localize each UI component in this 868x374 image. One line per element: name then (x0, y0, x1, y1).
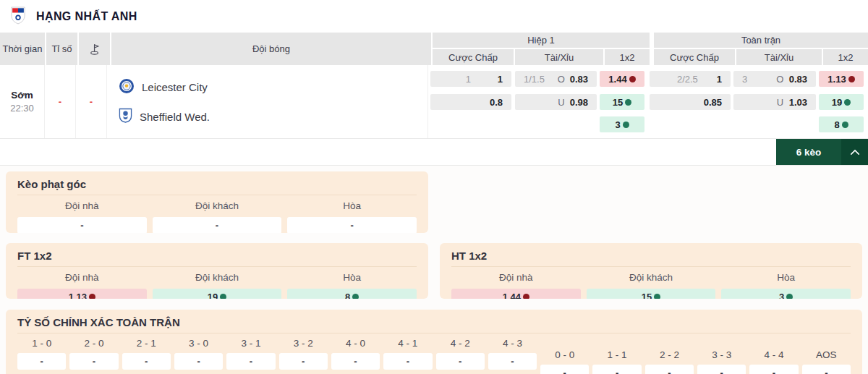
ht-card-home-odds[interactable]: 1.44 (451, 289, 581, 299)
ht-card-draw-label: Hòa (721, 272, 851, 283)
h1-1x2-away-odds[interactable]: 15 (600, 94, 644, 110)
corner-draw-odds[interactable]: - (287, 217, 417, 233)
away-dot-icon (654, 294, 660, 299)
score-odds-3-1[interactable]: - (226, 353, 275, 370)
betting-page: HẠNG NHẤT ANH Thời gian Tỉ số Đội bóng H… (0, 0, 868, 374)
ft-1x2-draw-value: 8 (834, 119, 839, 130)
ft-over-value: 0.83 (789, 74, 807, 85)
score-column-4-2: 4 - 2 - - (436, 338, 485, 374)
away-dot-icon (625, 99, 631, 106)
ft-handicap-home-odds[interactable]: 2/2.5 1 (650, 71, 731, 87)
ht-card-away-odds[interactable]: 15 (587, 289, 716, 299)
subheader-h1-overunder: Tài/Xỉu (515, 49, 603, 65)
score-column-2-0: 2 - 0 - - (69, 338, 118, 374)
score-label: 2 - 1 (122, 338, 171, 349)
score-column-1-0: 1 - 0 - - (17, 338, 66, 374)
ht-card-title: HT 1x2 (451, 250, 851, 267)
h1-1x2-draw-odds[interactable]: 3 (600, 116, 644, 132)
score-odds-4-3[interactable]: - (488, 353, 537, 370)
away-dot-icon (220, 294, 226, 299)
home-team-name[interactable]: Leicester City (142, 81, 208, 93)
score-odds-4-1[interactable]: - (383, 353, 432, 370)
score-odds-2-1[interactable]: - (122, 353, 171, 370)
group-label-full-match: Toàn trận (654, 33, 868, 48)
column-header-teams: Đội bóng (111, 33, 431, 65)
home-team-badge-icon (119, 78, 135, 97)
h1-1x2-home-value: 1.44 (608, 74, 626, 85)
subheader-ft-1x2: 1x2 (823, 49, 868, 65)
chevron-up-icon[interactable] (841, 139, 868, 165)
ft-under-label: U (771, 97, 789, 108)
corner-card-title: Kèo phạt góc (17, 178, 417, 195)
ft-card-draw-value: 8 (345, 292, 350, 299)
extra-odds-section: Kèo phạt góc Đội nhà - Đội khách - Hòa -… (0, 166, 868, 374)
corner-odds-card: Kèo phạt góc Đội nhà - Đội khách - Hòa - (6, 171, 428, 233)
ft-1x2-draw-odds[interactable]: 8 (819, 116, 864, 132)
draw-dot-icon (842, 122, 848, 128)
ft-1x2-away-odds[interactable]: 19 (819, 94, 864, 110)
score-column-1-1: 1 - 1 - (592, 338, 641, 374)
h1-under-odds[interactable]: U 0.98 (515, 94, 597, 110)
score-odds-3-3[interactable]: - (697, 365, 746, 374)
league-title: HẠNG NHẤT ANH (36, 10, 137, 23)
score-odds-1-1[interactable]: - (592, 365, 641, 374)
score-label: 4 - 4 (749, 349, 798, 360)
score-odds-2-2[interactable]: - (645, 365, 694, 374)
score-odds-aos[interactable]: - (802, 365, 851, 374)
draw-dot-icon (786, 294, 793, 299)
score-column-2-2: 2 - 2 - (645, 338, 694, 374)
ft-card-away-odds[interactable]: 19 (153, 289, 282, 299)
h1-ou-line: 1/1.5 (524, 74, 553, 85)
away-team-row[interactable]: Sheffield Wed. (119, 108, 210, 126)
away-team-name[interactable]: Sheffield Wed. (140, 111, 210, 123)
subheader-ft-overunder: Tài/Xỉu (736, 49, 822, 65)
ft-under-odds[interactable]: U 1.03 (733, 94, 816, 110)
ft-card-home-value: 1.13 (69, 292, 87, 299)
league-header: HẠNG NHẤT ANH (0, 0, 868, 33)
group-header-first-half: Hiệp 1 Cược Chấp Tài/Xỉu 1x2 (433, 33, 650, 65)
ht-card-home-label: Đội nhà (451, 272, 581, 283)
ht-card-draw-odds[interactable]: 3 (721, 289, 851, 299)
score-column-0-0: 0 - 0 - (540, 338, 589, 374)
score-label: 2 - 0 (69, 338, 118, 349)
ft-1x2-home-odds[interactable]: 1.13 (819, 71, 864, 87)
ft-1x2-away-value: 19 (832, 97, 842, 108)
ft-card-draw-label: Hòa (287, 272, 417, 283)
ft-1x2-home-value: 1.13 (827, 74, 846, 85)
more-odds-toggle[interactable]: 6 kèo (776, 139, 868, 165)
score-odds-4-4[interactable]: - (749, 365, 798, 374)
home-team-row[interactable]: Leicester City (119, 78, 208, 97)
ft-card-home-odds[interactable]: 1.13 (17, 289, 147, 299)
ft-card-draw-odds[interactable]: 8 (287, 289, 417, 299)
h1-handicap-line: 1 (439, 74, 498, 85)
away-dot-icon (844, 99, 851, 106)
corner-home-odds[interactable]: - (17, 217, 147, 233)
h1-over-odds[interactable]: 1/1.5 O 0.83 (515, 71, 597, 87)
score-odds-3-2[interactable]: - (279, 353, 328, 370)
h1-1x2-home-odds[interactable]: 1.44 (600, 71, 644, 87)
ft-handicap-away-odds[interactable]: 0.85 (650, 94, 731, 110)
score-odds-4-2[interactable]: - (436, 353, 485, 370)
score-odds-2-0[interactable]: - (69, 353, 118, 370)
score-column-3-2: 3 - 2 - - (279, 338, 328, 374)
corner-away-odds[interactable]: - (153, 217, 282, 233)
score-odds-1-0[interactable]: - (17, 353, 66, 370)
h1-handicap-home-value: 1 (498, 74, 503, 85)
column-header-time: Thời gian (0, 33, 45, 65)
h1-handicap-home-odds[interactable]: 1 1 (430, 71, 511, 87)
corner-draw-label: Hòa (287, 200, 417, 211)
ft-1x2-card: FT 1x2 Đội nhà 1.13 Đội khách 19 (6, 243, 428, 299)
score-label: 0 - 0 (540, 349, 589, 360)
score-label: 4 - 1 (383, 338, 432, 349)
h1-handicap-away-odds[interactable]: 0.8 (430, 94, 511, 110)
score-odds-3-0[interactable]: - (174, 353, 223, 370)
score-label: 2 - 2 (645, 349, 694, 360)
score-odds-0-0[interactable]: - (540, 365, 589, 374)
home-dot-icon (89, 294, 95, 299)
h1-over-label: O (553, 74, 570, 85)
match-score-cell: - (45, 65, 76, 138)
ft-over-odds[interactable]: 3 O 0.83 (733, 71, 816, 87)
score-column-3-1: 3 - 1 - - (226, 338, 275, 374)
score-odds-4-0[interactable]: - (331, 353, 380, 370)
away-team-badge-icon (119, 108, 132, 126)
